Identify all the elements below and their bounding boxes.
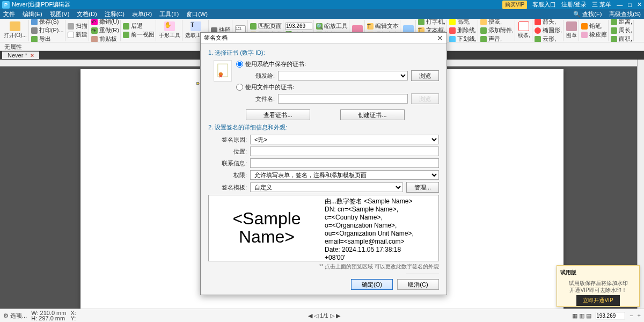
tool-distance[interactable]: 距离,	[611, 19, 632, 26]
menu-file[interactable]: 文件	[3, 10, 15, 18]
app-title: Never|迅捷PDF编辑器	[12, 1, 502, 9]
upgrade-vip-button[interactable]: 立即开通VIP	[576, 295, 619, 306]
filename-label: 文件名:	[236, 95, 278, 103]
maximize-button[interactable]: □	[628, 2, 632, 8]
tool-strikeout[interactable]: 删除线,	[449, 26, 477, 34]
menu-comment[interactable]: 注释(C)	[105, 10, 125, 18]
menu-view[interactable]: 视图(V)	[50, 10, 70, 18]
radio-file-cert-label: 使用文件中的证书:	[245, 83, 294, 91]
issuer-select[interactable]	[278, 71, 408, 80]
status-page-nav[interactable]: ◀ ◁ 1/1 ▷ ▶	[80, 312, 568, 319]
app-logo: P	[2, 1, 10, 9]
menu-document[interactable]: 文档(D)	[77, 10, 97, 18]
ok-button[interactable]: 确定(O)	[351, 279, 393, 290]
statusbar: ⚙ 选项... W: 210.0 mmH: 297.0 mm X:Y: ◀ ◁ …	[0, 309, 644, 322]
tool-zoom[interactable]: 🔍缩放工具	[316, 22, 348, 30]
radio-system-cert-label: 使用系统中保存的证书:	[245, 60, 306, 68]
create-cert-button[interactable]: 创建证书...	[340, 109, 405, 120]
tool-highlight[interactable]: 高亮,	[449, 19, 477, 26]
issuer-label: 颁发给:	[236, 72, 278, 80]
status-page-size: W: 210.0 mmH: 297.0 mm	[31, 310, 66, 321]
tool-open[interactable]: 打开(O)...	[2, 20, 29, 41]
login-link[interactable]: 注册/登录	[561, 1, 587, 9]
tool-ellipse[interactable]: 椭圆形,	[535, 26, 562, 34]
tool-save[interactable]: 保存(S)	[31, 19, 64, 26]
zoom-value-input[interactable]	[286, 23, 312, 30]
tool-redo[interactable]: ↷重做(R)	[91, 26, 119, 34]
tool-sound[interactable]: 声音,	[480, 35, 514, 42]
radio-file-cert[interactable]	[236, 84, 243, 91]
tool-edit-text[interactable]: T编辑文本	[367, 22, 399, 30]
radio-system-cert[interactable]	[236, 61, 243, 68]
tool-print[interactable]: 打印(P)...	[31, 26, 64, 34]
reason-label: 签名原因:	[208, 136, 250, 144]
tab-label: Never *	[8, 52, 27, 58]
template-label: 签名模板:	[208, 184, 250, 192]
tool-prev-view[interactable]: 前一视图	[123, 31, 155, 39]
zoom-in-icon[interactable]: +	[638, 312, 641, 319]
view-cert-button[interactable]: 查看证书...	[246, 109, 310, 120]
permission-select[interactable]: 允许填写表单，签名，注释和添加模板页面	[250, 170, 439, 180]
tool-fit-page[interactable]: 匹配页面	[250, 22, 282, 30]
close-button[interactable]: ✕	[637, 1, 642, 8]
permission-label: 权限:	[208, 171, 250, 179]
signature-preview[interactable]: <Sample Name> 由...数字签名 <Sample Name> DN:…	[208, 195, 439, 261]
dialog-close-icon[interactable]: ✕	[437, 34, 443, 42]
tool-area[interactable]: 面积,	[611, 35, 632, 42]
tool-clipboard[interactable]: 前贴板	[91, 35, 119, 42]
tool-stamp[interactable]: 图章	[565, 20, 579, 41]
template-select[interactable]: 自定义	[250, 182, 403, 192]
menu-form[interactable]: 表单(R)	[132, 10, 152, 18]
tool-lines[interactable]: 线条,	[516, 20, 532, 41]
menu-tool[interactable]: 工具(T)	[159, 10, 179, 18]
tool-eraser[interactable]: 橡皮擦	[581, 31, 607, 39]
preview-hint: ** 点击上面的预览区域 可以更改此数字签名的外观	[208, 263, 439, 270]
zoom-out-icon[interactable]: −	[630, 312, 633, 319]
location-label: 位置:	[208, 148, 250, 156]
manage-template-button[interactable]: 管理...	[406, 182, 439, 193]
location-input[interactable]	[250, 147, 439, 156]
tool-back[interactable]: 后退	[123, 22, 155, 30]
status-cursor-pos: X:Y:	[70, 310, 76, 321]
filename-input	[278, 94, 408, 104]
certificate-icon	[214, 60, 232, 82]
tab-close-icon[interactable]: ×	[31, 52, 34, 58]
reason-select[interactable]: <无>	[250, 135, 439, 144]
tool-typewriter[interactable]: 打字机,	[418, 19, 445, 26]
contact-label: 联系信息:	[208, 159, 250, 167]
tool-export[interactable]: 导出	[31, 35, 64, 42]
cancel-button[interactable]: 取消(C)	[397, 279, 439, 290]
tool-cloud[interactable]: 云形,	[535, 35, 562, 42]
hamburger-menu[interactable]: 三 菜单	[592, 1, 611, 9]
support-link[interactable]: 客服入口	[532, 1, 556, 9]
tool-arrow[interactable]: 箭头,	[535, 19, 562, 26]
tool-attach[interactable]: 添加附件,	[480, 26, 514, 34]
tool-perimeter[interactable]: 周长,	[611, 26, 632, 34]
preview-details: 由...数字签名 <Sample Name> DN: cn=<Sample Na…	[323, 197, 436, 259]
tool-scan[interactable]: 扫描	[68, 22, 87, 30]
tool-undo[interactable]: ↶撤销(U)	[91, 19, 119, 26]
browse-cert-button[interactable]: 浏览	[411, 70, 439, 81]
tool-pencil[interactable]: 铅笔,	[581, 22, 607, 30]
tool-hand[interactable]: ✋手形工具	[157, 20, 182, 41]
menu-window[interactable]: 窗口(W)	[186, 10, 208, 18]
notify-text: 试用版保存后将添加水印 开通VIP即可去除水印！	[569, 280, 628, 294]
menu-advanced-find[interactable]: 高级查找(S)	[609, 10, 641, 18]
status-options[interactable]: ⚙ 选项...	[3, 312, 27, 320]
tool-new[interactable]: 新建	[68, 31, 87, 39]
notify-title: 试用版	[560, 269, 576, 276]
annotation-handle[interactable]	[196, 82, 199, 85]
buy-vip-button[interactable]: 购买VIP	[502, 1, 527, 9]
menu-edit[interactable]: 编辑(E)	[23, 10, 42, 18]
document-tab[interactable]: Never * ×	[2, 52, 39, 59]
minimize-button[interactable]: —	[617, 2, 623, 8]
dialog-title: 签名文档	[204, 34, 228, 42]
dialog-titlebar[interactable]: 签名文档 ✕	[201, 33, 447, 43]
tool-note[interactable]: 便笺,	[480, 19, 514, 26]
status-zoom-input[interactable]	[596, 312, 625, 319]
tool-underline[interactable]: 下划线,	[449, 35, 477, 42]
contact-input[interactable]	[250, 158, 439, 168]
menu-find[interactable]: 🔍 查找(F)	[573, 10, 602, 18]
layout-icons[interactable]: ▦ ▥ ▤	[572, 312, 591, 319]
preview-name: <Sample Name>	[211, 197, 323, 259]
